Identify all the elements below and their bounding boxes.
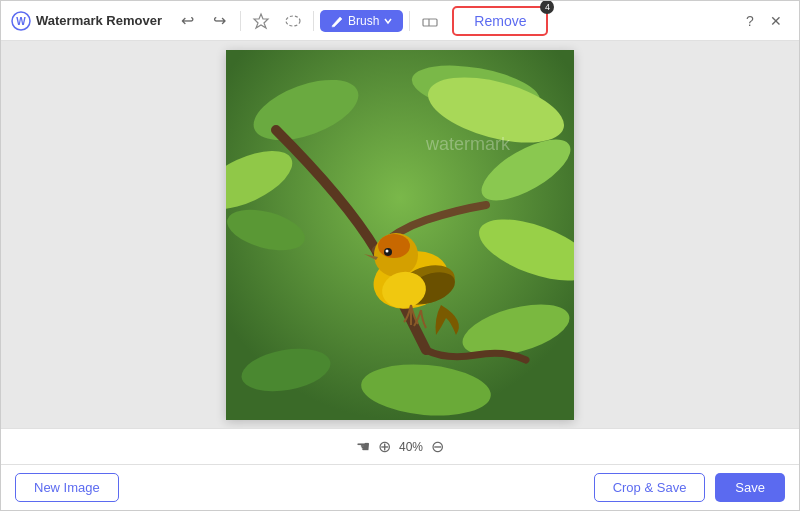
brush-icon <box>330 14 344 28</box>
lasso-icon <box>284 12 302 30</box>
canvas-area: watermark <box>1 41 799 428</box>
svg-point-19 <box>378 234 410 258</box>
eraser-tool-button[interactable] <box>416 7 444 35</box>
close-button[interactable]: ✕ <box>763 8 789 34</box>
main-image[interactable]: watermark <box>226 50 574 420</box>
lasso-tool-button[interactable] <box>279 7 307 35</box>
redo-button[interactable]: ↪ <box>206 7 234 35</box>
svg-text:watermark: watermark <box>425 134 511 154</box>
toolbar: W Watermark Remover ↩ ↪ <box>1 1 799 41</box>
new-image-label: New Image <box>34 480 100 495</box>
help-icon: ? <box>746 13 754 29</box>
app-logo-icon: W <box>11 11 31 31</box>
divider-3 <box>409 11 410 31</box>
svg-point-24 <box>386 249 389 252</box>
divider-2 <box>313 11 314 31</box>
close-icon: ✕ <box>770 13 782 29</box>
help-button[interactable]: ? <box>737 8 763 34</box>
brush-tool-button[interactable]: Brush <box>320 10 403 32</box>
selection-icon <box>252 12 270 30</box>
footer-bar: New Image Crop & Save Save <box>1 464 799 510</box>
new-image-button[interactable]: New Image <box>15 473 119 502</box>
remove-badge: 4 <box>540 0 554 14</box>
zoom-level: 40% <box>399 440 423 454</box>
tool-buttons <box>247 7 307 35</box>
image-container: watermark <box>226 50 574 420</box>
footer-right-actions: Crop & Save Save <box>594 473 785 502</box>
nav-buttons: ↩ ↪ <box>174 7 234 35</box>
zoom-bar: ☚ ⊕ 40% ⊖ <box>1 428 799 464</box>
save-label: Save <box>735 480 765 495</box>
svg-point-3 <box>286 16 300 26</box>
remove-button-wrapper: 4 Remove <box>452 6 548 36</box>
undo-button[interactable]: ↩ <box>174 7 202 35</box>
brush-label: Brush <box>348 14 379 28</box>
hand-tool-icon[interactable]: ☚ <box>356 437 370 456</box>
crop-save-label: Crop & Save <box>613 480 687 495</box>
save-button[interactable]: Save <box>715 473 785 502</box>
chevron-down-icon <box>383 16 393 26</box>
svg-text:W: W <box>16 16 26 27</box>
svg-marker-2 <box>254 14 268 28</box>
zoom-in-icon[interactable]: ⊕ <box>378 437 391 456</box>
divider-1 <box>240 11 241 31</box>
app-title: Watermark Remover <box>36 13 162 28</box>
zoom-out-icon[interactable]: ⊖ <box>431 437 444 456</box>
crop-save-button[interactable]: Crop & Save <box>594 473 706 502</box>
app-logo: W Watermark Remover <box>11 11 162 31</box>
remove-button[interactable]: Remove <box>452 6 548 36</box>
svg-rect-4 <box>423 19 437 26</box>
selection-tool-button[interactable] <box>247 7 275 35</box>
eraser-icon <box>421 12 439 30</box>
